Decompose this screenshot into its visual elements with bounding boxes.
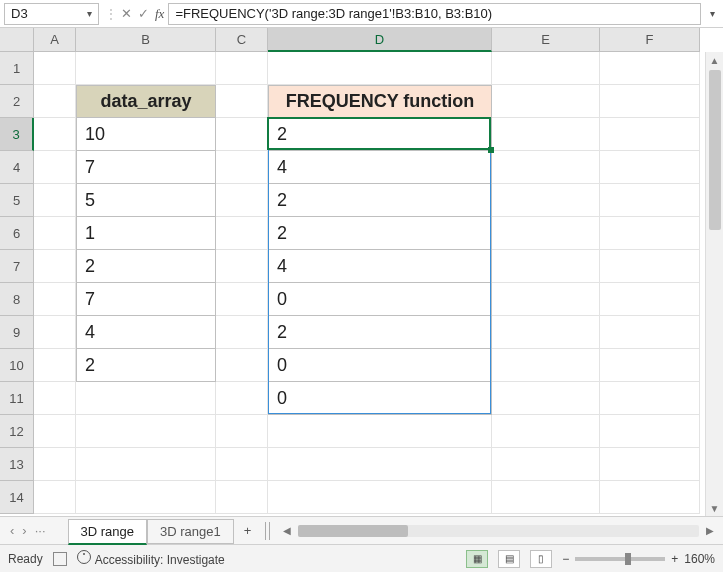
accessibility-indicator[interactable]: Accessibility: Investigate xyxy=(77,550,225,567)
row-header-4[interactable]: 4 xyxy=(0,151,34,184)
cell-E12[interactable] xyxy=(492,415,600,448)
row-header-5[interactable]: 5 xyxy=(0,184,34,217)
cell-F10[interactable] xyxy=(600,349,700,382)
cell-D12[interactable] xyxy=(268,415,492,448)
cell-E1[interactable] xyxy=(492,52,600,85)
cell-C7[interactable] xyxy=(216,250,268,283)
cell-D7[interactable]: 4 xyxy=(268,250,492,283)
row-header-10[interactable]: 10 xyxy=(0,349,34,382)
cell-B1[interactable] xyxy=(76,52,216,85)
enter-icon[interactable]: ✓ xyxy=(138,6,149,21)
cell-B3[interactable]: 10 xyxy=(76,118,216,151)
row-header-13[interactable]: 13 xyxy=(0,448,34,481)
row-header-3[interactable]: 3 xyxy=(0,118,34,151)
cell-D14[interactable] xyxy=(268,481,492,514)
row-header-6[interactable]: 6 xyxy=(0,217,34,250)
cell-D4[interactable]: 4 xyxy=(268,151,492,184)
cell-B5[interactable]: 5 xyxy=(76,184,216,217)
cell-D6[interactable]: 2 xyxy=(268,217,492,250)
cell-D5[interactable]: 2 xyxy=(268,184,492,217)
cell-C6[interactable] xyxy=(216,217,268,250)
cell-A8[interactable] xyxy=(34,283,76,316)
cell-A10[interactable] xyxy=(34,349,76,382)
view-pagebreak-icon[interactable]: ▯ xyxy=(530,550,552,568)
fill-handle[interactable] xyxy=(488,147,494,153)
cell-D1[interactable] xyxy=(268,52,492,85)
cell-B10[interactable]: 2 xyxy=(76,349,216,382)
cell-A12[interactable] xyxy=(34,415,76,448)
cell-E4[interactable] xyxy=(492,151,600,184)
cell-C14[interactable] xyxy=(216,481,268,514)
cell-C11[interactable] xyxy=(216,382,268,415)
formula-input[interactable]: =FREQUENCY('3D range:3D range1'!B3:B10, … xyxy=(168,3,701,25)
cell-E8[interactable] xyxy=(492,283,600,316)
formula-expand-icon[interactable]: ▾ xyxy=(701,8,723,19)
cell-E5[interactable] xyxy=(492,184,600,217)
cell-D2[interactable]: FREQUENCY function xyxy=(268,85,492,118)
cell-F14[interactable] xyxy=(600,481,700,514)
cell-A2[interactable] xyxy=(34,85,76,118)
cell-C2[interactable] xyxy=(216,85,268,118)
row-header-2[interactable]: 2 xyxy=(0,85,34,118)
cell-F1[interactable] xyxy=(600,52,700,85)
vscroll-thumb[interactable] xyxy=(709,70,721,230)
cell-F2[interactable] xyxy=(600,85,700,118)
cell-E14[interactable] xyxy=(492,481,600,514)
cell-B9[interactable]: 4 xyxy=(76,316,216,349)
cell-C12[interactable] xyxy=(216,415,268,448)
cell-A11[interactable] xyxy=(34,382,76,415)
tab-scroll-divider[interactable] xyxy=(265,522,270,540)
cell-A6[interactable] xyxy=(34,217,76,250)
row-header-1[interactable]: 1 xyxy=(0,52,34,85)
zoom-in-icon[interactable]: + xyxy=(671,552,678,566)
cell-F12[interactable] xyxy=(600,415,700,448)
cell-A1[interactable] xyxy=(34,52,76,85)
add-sheet-button[interactable]: + xyxy=(234,523,262,538)
sheet-nav-prev-icon[interactable]: ‹ xyxy=(10,523,14,538)
cell-E11[interactable] xyxy=(492,382,600,415)
row-header-12[interactable]: 12 xyxy=(0,415,34,448)
cell-D10[interactable]: 0 xyxy=(268,349,492,382)
status-macro-icon[interactable] xyxy=(53,552,67,566)
view-pagelayout-icon[interactable]: ▤ xyxy=(498,550,520,568)
fx-icon[interactable]: fx xyxy=(155,6,164,22)
cell-F5[interactable] xyxy=(600,184,700,217)
row-header-9[interactable]: 9 xyxy=(0,316,34,349)
cell-C13[interactable] xyxy=(216,448,268,481)
cell-B8[interactable]: 7 xyxy=(76,283,216,316)
cell-F11[interactable] xyxy=(600,382,700,415)
cell-E3[interactable] xyxy=(492,118,600,151)
cell-C10[interactable] xyxy=(216,349,268,382)
cell-F6[interactable] xyxy=(600,217,700,250)
cell-E10[interactable] xyxy=(492,349,600,382)
cell-B7[interactable]: 2 xyxy=(76,250,216,283)
cell-F13[interactable] xyxy=(600,448,700,481)
cell-F4[interactable] xyxy=(600,151,700,184)
column-header-B[interactable]: B xyxy=(76,28,216,52)
cell-B13[interactable] xyxy=(76,448,216,481)
row-header-11[interactable]: 11 xyxy=(0,382,34,415)
row-header-14[interactable]: 14 xyxy=(0,481,34,514)
cell-F8[interactable] xyxy=(600,283,700,316)
cell-F3[interactable] xyxy=(600,118,700,151)
cell-B4[interactable]: 7 xyxy=(76,151,216,184)
zoom-out-icon[interactable]: − xyxy=(562,552,569,566)
hscroll-track[interactable] xyxy=(298,525,699,537)
column-header-F[interactable]: F xyxy=(600,28,700,52)
cell-C8[interactable] xyxy=(216,283,268,316)
column-header-E[interactable]: E xyxy=(492,28,600,52)
cell-E7[interactable] xyxy=(492,250,600,283)
cell-B6[interactable]: 1 xyxy=(76,217,216,250)
cell-D8[interactable]: 0 xyxy=(268,283,492,316)
name-box[interactable]: D3 ▾ xyxy=(4,3,99,25)
row-header-8[interactable]: 8 xyxy=(0,283,34,316)
name-box-dropdown-icon[interactable]: ▾ xyxy=(87,8,92,19)
cell-C3[interactable] xyxy=(216,118,268,151)
cells-area[interactable]: data_arrayFREQUENCY function102745212247… xyxy=(34,52,700,514)
hscroll-right-icon[interactable]: ▶ xyxy=(703,525,717,536)
cell-F7[interactable] xyxy=(600,250,700,283)
cell-A14[interactable] xyxy=(34,481,76,514)
view-normal-icon[interactable]: ▦ xyxy=(466,550,488,568)
cell-C5[interactable] xyxy=(216,184,268,217)
cell-C9[interactable] xyxy=(216,316,268,349)
